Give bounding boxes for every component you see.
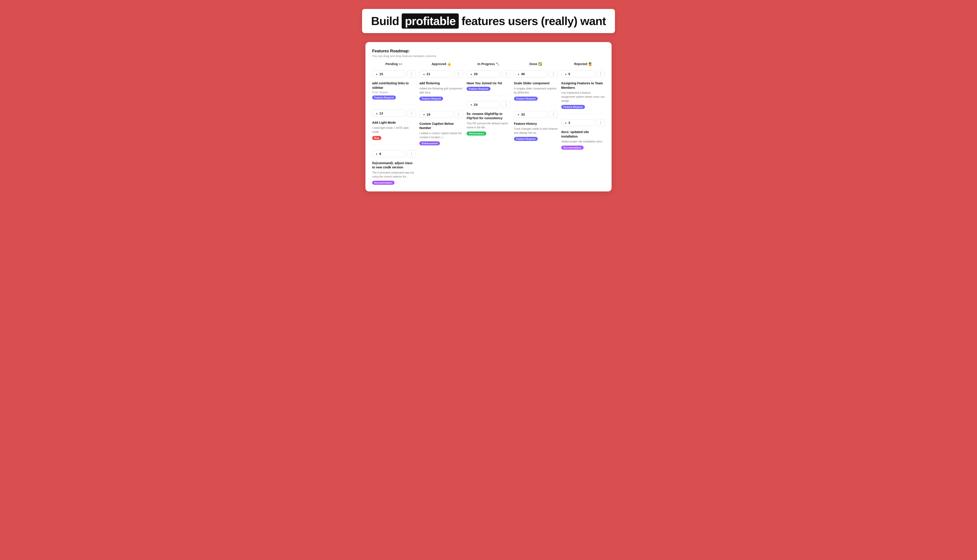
upvote-arrow: ▲ <box>423 113 425 116</box>
more-icon: ⋮ <box>457 112 461 117</box>
card-title: Custom Caption Below Number <box>419 122 463 130</box>
card-desc: A snappy slider component inspired by @f… <box>514 87 558 95</box>
card-badge: Performance <box>467 132 486 135</box>
card-title: Add Light Mode <box>372 120 416 125</box>
card-badge: Feature Request <box>514 137 538 141</box>
vote-row-in-progress-0: ▲29⋮ <box>467 70 510 78</box>
card-from: From Shadcn <box>372 91 416 94</box>
card-title: Scale Slider component <box>514 81 558 86</box>
vote-count: 15 <box>379 72 383 76</box>
card-badge: Enhancement <box>419 141 440 145</box>
card-badge: Documentation <box>561 146 584 150</box>
column-rejected: Rejected 🙅▲5⋮Assigning Features to Team … <box>561 62 605 185</box>
more-btn-approved-1[interactable]: ⋮ <box>454 111 463 118</box>
card-desc: I added a custom caption below the numbe… <box>419 131 463 139</box>
vote-count: 8 <box>379 152 381 156</box>
more-btn-done-0[interactable]: ⋮ <box>549 70 558 78</box>
column-done: Done ✅▲49⋮Scale Slider componentA snappy… <box>514 62 558 185</box>
card-title: Assigning Features to Team Members <box>561 81 605 90</box>
vote-box-approved-1[interactable]: ▲19 <box>419 111 453 118</box>
column-in-progress: In Progress 🔧▲29⋮Have You Joined Us YetF… <box>467 62 510 185</box>
vote-count: 49 <box>521 72 525 76</box>
card-badge: Feature Request <box>419 97 443 101</box>
card-badge: Feature Request <box>514 97 538 101</box>
card-done-0: Scale Slider componentA snappy slider co… <box>514 81 558 101</box>
board-header: Features Roadmap: You can drag and drop … <box>372 49 605 58</box>
vote-box-rejected-0[interactable]: ▲5 <box>561 70 595 77</box>
vote-row-rejected-0: ▲5⋮ <box>561 70 605 78</box>
vote-count: 5 <box>568 72 570 76</box>
board-title: Features Roadmap: <box>372 49 605 53</box>
card-badge: Feature Request <box>561 105 585 109</box>
card-divider <box>514 105 558 106</box>
upvote-arrow: ▲ <box>564 122 567 124</box>
more-btn-approved-0[interactable]: ⋮ <box>454 70 463 78</box>
card-title: fix: rename SlightFlip to FlipText for c… <box>467 112 510 120</box>
column-header-rejected: Rejected 🙅 <box>561 62 605 68</box>
more-btn-pending-0[interactable]: ⋮ <box>407 70 416 78</box>
more-btn-rejected-0[interactable]: ⋮ <box>596 70 605 78</box>
card-badge: Documentation <box>372 181 394 185</box>
vote-count: 3 <box>568 121 570 125</box>
more-btn-pending-2[interactable]: ⋮ <box>407 150 416 157</box>
more-btn-done-1[interactable]: ⋮ <box>549 111 558 118</box>
vote-box-pending-1[interactable]: ▲13 <box>372 110 406 117</box>
more-btn-in-progress-1[interactable]: ⋮ <box>502 101 510 108</box>
card-in-progress-1: fix: rename SlightFlip to FlipText for c… <box>467 112 510 135</box>
more-icon: ⋮ <box>551 112 555 117</box>
vote-box-in-progress-0[interactable]: ▲29 <box>467 70 500 77</box>
vote-box-rejected-1[interactable]: ▲3 <box>561 119 595 126</box>
board-subtitle: You can drag and drop features between c… <box>372 54 605 58</box>
more-icon: ⋮ <box>599 120 603 125</box>
column-pending: Pending 👀▲15⋮add contributing links to s… <box>372 62 416 185</box>
card-pending-0: add contributing links to sidebarFrom Sh… <box>372 81 416 100</box>
card-desc: I need light mode, I HATE dark mode <box>372 126 416 134</box>
card-in-progress-0: Have You Joined Us YetFeature Request <box>467 81 510 91</box>
column-header-done: Done ✅ <box>514 62 558 68</box>
more-icon: ⋮ <box>504 102 508 107</box>
more-btn-rejected-1[interactable]: ⋮ <box>596 119 605 127</box>
vote-box-done-0[interactable]: ▲49 <box>514 70 547 77</box>
card-title: docs: updated vite installation <box>561 130 605 139</box>
vote-row-rejected-1: ▲3⋮ <box>561 119 605 127</box>
card-pending-1: Add Light ModeI need light mode, I HATE … <box>372 120 416 140</box>
vote-box-approved-0[interactable]: ▲21 <box>419 70 453 77</box>
more-btn-in-progress-0[interactable]: ⋮ <box>502 70 510 78</box>
vote-box-done-1[interactable]: ▲33 <box>514 111 547 118</box>
vote-count: 19 <box>426 112 430 116</box>
column-header-pending: Pending 👀 <box>372 62 416 68</box>
upvote-arrow: ▲ <box>376 152 378 155</box>
card-desc: The Command component was not using the … <box>372 171 416 179</box>
card-rejected-1: docs: updated vite installationAdded pro… <box>561 130 605 150</box>
upvote-arrow: ▲ <box>376 112 378 115</box>
board-container: Features Roadmap: You can drag and drop … <box>366 42 611 192</box>
more-icon: ⋮ <box>410 72 413 76</box>
vote-box-pending-2[interactable]: ▲8 <box>372 150 406 157</box>
card-desc: Can implement a feature assignment syste… <box>561 91 605 103</box>
card-badge: Feature Request <box>467 87 490 91</box>
more-btn-pending-1[interactable]: ⋮ <box>407 110 416 117</box>
vote-count: 33 <box>521 112 525 116</box>
vote-box-pending-0[interactable]: ▲15 <box>372 70 406 77</box>
vote-row-pending-2: ▲8⋮ <box>372 150 416 157</box>
upvote-arrow: ▲ <box>564 73 567 75</box>
card-desc: This PR corrects the default export name… <box>467 122 510 130</box>
more-icon: ⋮ <box>504 72 508 76</box>
card-approved-0: add flickeringAdded the flickering grid … <box>419 81 463 101</box>
more-icon: ⋮ <box>410 111 413 115</box>
vote-row-approved-0: ▲21⋮ <box>419 70 463 78</box>
card-title: Feature History <box>514 122 558 126</box>
vote-count: 13 <box>379 112 383 115</box>
columns-wrapper: Pending 👀▲15⋮add contributing links to s… <box>372 62 605 185</box>
card-title: Have You Joined Us Yet <box>467 81 510 86</box>
upvote-arrow: ▲ <box>376 73 378 75</box>
card-approved-1: Custom Caption Below NumberI added a cus… <box>419 122 463 145</box>
upvote-arrow: ▲ <box>518 73 520 75</box>
card-title: add flickering <box>419 81 463 86</box>
vote-row-approved-1: ▲19⋮ <box>419 111 463 118</box>
vote-row-done-1: ▲33⋮ <box>514 111 558 118</box>
column-approved: Approved 👍▲21⋮add flickeringAdded the fl… <box>419 62 463 185</box>
vote-box-in-progress-1[interactable]: ▲24 <box>467 101 500 108</box>
card-divider <box>561 114 605 114</box>
vote-row-in-progress-1: ▲24⋮ <box>467 101 510 108</box>
